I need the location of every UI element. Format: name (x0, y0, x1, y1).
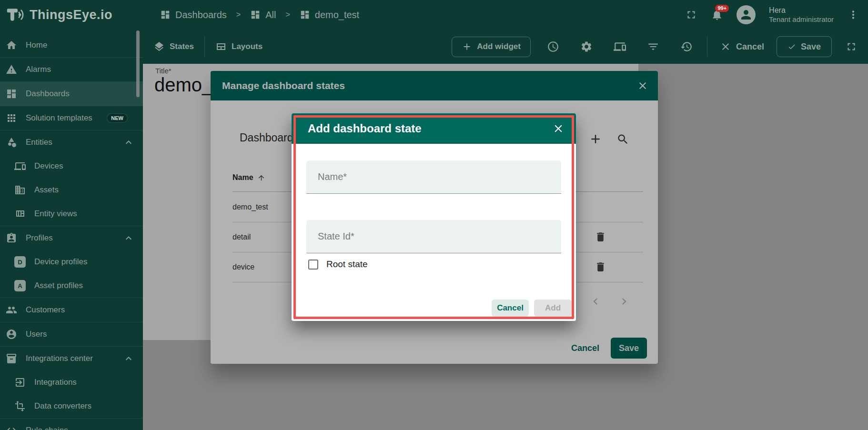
root-state-label: Root state (326, 259, 368, 270)
breadcrumb-label: demo_test (315, 10, 359, 20)
sidebar-item-label: Customers (26, 305, 65, 315)
entity-aliases-button[interactable] (614, 40, 626, 53)
add-dashboard-state-dialog: Add dashboard state Root state Cancel Ad… (292, 113, 576, 321)
sidebar-scrollbar[interactable] (136, 30, 140, 97)
app-logo[interactable]: ThingsEye.io (0, 6, 143, 24)
dialog-cancel-button[interactable]: Cancel (492, 300, 529, 317)
sidebar-item-alarms[interactable]: Alarms (0, 58, 143, 81)
chevron-up-icon[interactable] (123, 353, 134, 364)
sidebar-item-devices[interactable]: Devices (0, 154, 143, 178)
sidebar-item-data-converters[interactable]: Data converters (0, 394, 143, 418)
breadcrumb-label: Dashboards (175, 10, 227, 20)
avatar[interactable] (737, 5, 756, 24)
tab-states[interactable]: States (143, 41, 204, 52)
people-icon (6, 304, 17, 316)
filters-button[interactable] (647, 40, 659, 53)
logo-text: ThingsEye.io (30, 8, 112, 22)
sidebar-item-label: Rule chains (26, 426, 68, 430)
user-role: Tenant administrator (769, 15, 834, 24)
devices-icon (14, 160, 26, 172)
sidebar-item-assets[interactable]: Assets (0, 178, 143, 202)
sidebar-item-rule-chains[interactable]: Rule chains (0, 419, 143, 430)
asset-profile-letter-icon: A (14, 280, 26, 291)
root-state-row: Root state (308, 259, 368, 270)
root-state-checkbox[interactable] (308, 260, 318, 270)
dashboard-icon (160, 10, 171, 20)
fullscreen-icon (685, 9, 697, 21)
sidebar-item-profiles[interactable]: Profiles (0, 226, 143, 250)
sidebar-item-label: Profiles (26, 233, 53, 243)
version-history-button[interactable] (680, 40, 693, 53)
person-icon (739, 8, 753, 22)
sidebar-item-label: Integrations (34, 378, 77, 387)
user-name: Hera (769, 6, 834, 15)
sidebar-item-label: Device profiles (34, 257, 88, 267)
add-widget-button[interactable]: Add widget (452, 37, 531, 57)
more-menu-button[interactable] (847, 9, 859, 21)
dialog-footer: Cancel Add (492, 300, 572, 317)
code-icon (6, 425, 17, 430)
sidebar-item-label: Users (26, 330, 47, 339)
sidebar-item-dashboards[interactable]: Dashboards (0, 82, 143, 106)
name-input[interactable] (306, 160, 561, 193)
state-id-field (306, 220, 561, 253)
breadcrumb-label: All (265, 10, 276, 20)
tab-label: Layouts (232, 42, 262, 51)
sidebar-item-home[interactable]: Home (0, 33, 143, 57)
fullscreen-icon (845, 40, 858, 53)
state-id-input[interactable] (306, 220, 561, 253)
chevron-up-icon[interactable] (123, 232, 134, 244)
sidebar-item-solution-templates[interactable]: Solution templates NEW (0, 106, 143, 130)
dashboard-icon (250, 10, 261, 20)
chevron-up-icon[interactable] (123, 137, 134, 148)
sidebar-item-label: Entity views (34, 209, 77, 219)
sidebar-item-asset-profiles[interactable]: A Asset profiles (0, 274, 143, 298)
sidebar-item-entities[interactable]: Entities (0, 130, 143, 154)
notifications-button[interactable]: 99+ (711, 9, 723, 21)
breadcrumb-demo-test[interactable]: demo_test (300, 10, 359, 20)
divider (707, 37, 707, 57)
tab-label: States (170, 42, 194, 51)
dialog-add-button[interactable]: Add (534, 300, 572, 317)
breadcrumb: Dashboards > All > demo_test (160, 10, 359, 20)
dialog-title: Add dashboard state (308, 122, 422, 135)
sidebar-item-integrations-center[interactable]: Integrations center (0, 347, 143, 370)
toolbar-cancel-label: Cancel (736, 42, 764, 52)
sidebar-item-label: Home (26, 40, 47, 50)
breadcrumb-dashboards[interactable]: Dashboards (160, 10, 227, 20)
toolbar-cancel-button[interactable]: Cancel (720, 41, 764, 52)
toolbar-fullscreen-button[interactable] (845, 40, 858, 53)
sidebar-item-entity-views[interactable]: Entity views (0, 202, 143, 226)
dashboard-edit-toolbar: States Layouts Add widget Cancel Save (143, 30, 868, 64)
sidebar-item-customers[interactable]: Customers (0, 298, 143, 322)
thingseye-logo-icon (7, 6, 25, 24)
sidebar-item-label: Asset profiles (34, 281, 83, 290)
toolbar-save-button[interactable]: Save (777, 36, 832, 57)
tab-layouts[interactable]: Layouts (205, 41, 273, 52)
gear-icon (580, 40, 593, 53)
layouts-grid-icon (215, 41, 227, 52)
dashboard-settings-button[interactable] (580, 40, 593, 53)
category-icon (6, 137, 17, 148)
warning-icon (6, 64, 17, 75)
devices-icon (614, 40, 626, 53)
fullscreen-button[interactable] (685, 9, 697, 21)
dialog-header: Add dashboard state (292, 113, 576, 144)
sidebar-item-label: Dashboards (26, 89, 70, 99)
history-icon (680, 40, 693, 53)
sidebar-item-label: Alarms (26, 65, 51, 74)
sidebar-item-integrations[interactable]: Integrations (0, 370, 143, 394)
toolbar-save-label: Save (801, 42, 821, 52)
breadcrumb-all[interactable]: All (250, 10, 276, 20)
sidebar-item-users[interactable]: Users (0, 322, 143, 346)
user-info: Hera Tenant administrator (769, 6, 834, 24)
highlight-border (293, 115, 574, 319)
exit-to-app-icon (14, 377, 26, 388)
breadcrumb-separator: > (285, 10, 290, 19)
sidebar-item-device-profiles[interactable]: D Device profiles (0, 250, 143, 274)
dialog-close-button[interactable] (552, 122, 565, 135)
sidebar-item-label: Devices (34, 161, 63, 171)
time-window-button[interactable] (547, 40, 559, 53)
account-circle-icon (6, 329, 17, 340)
add-widget-label: Add widget (477, 42, 521, 51)
